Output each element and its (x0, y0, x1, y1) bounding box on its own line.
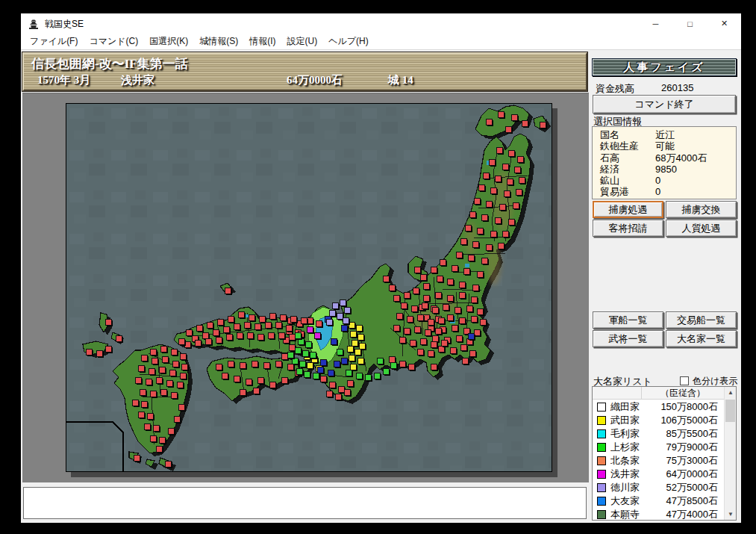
castle-marker-red (216, 364, 222, 370)
menu-item-5[interactable]: 設定(U) (283, 34, 325, 49)
end-command-button[interactable]: コマンド終了 (593, 95, 736, 114)
castle-marker-red (223, 326, 229, 332)
castle-marker-red (150, 349, 156, 355)
scrollbar-thumb[interactable] (725, 400, 735, 422)
castle-marker-red (417, 314, 423, 320)
castle-marker-red (228, 316, 234, 322)
list-button-2[interactable]: 武将一覧 (593, 330, 663, 347)
castle-marker-red (275, 361, 281, 367)
castle-marker-red (481, 214, 487, 220)
castle-marker-red (540, 122, 546, 128)
castle-marker-red (252, 361, 257, 367)
action-button-2[interactable]: 客将招請 (593, 220, 663, 237)
clan-koku: 150万8000石 (655, 400, 724, 414)
castle-marker-red (456, 252, 462, 258)
daimyo-row[interactable]: 本願寺47万4000石 (593, 508, 724, 521)
clan-name: 北条家 (610, 454, 655, 468)
castle-marker-red (186, 329, 192, 335)
menu-item-1[interactable]: コマンド(C) (84, 34, 145, 49)
country-info-row: 石高68万4000石 (600, 152, 736, 164)
castle-marker-red (472, 285, 478, 291)
castle-marker-navy (341, 358, 347, 364)
castle-marker-red (462, 358, 468, 364)
castle-marker-red (496, 147, 502, 153)
menu-item-3[interactable]: 城情報(S) (195, 34, 245, 49)
scrollbar-up-icon[interactable]: ▲ (725, 387, 737, 398)
clan-koku: 64万0000石 (655, 468, 724, 481)
castle-marker-yellow (354, 349, 360, 355)
castle-marker-red (505, 126, 511, 132)
list-button-3[interactable]: 大名家一覧 (666, 330, 737, 347)
castle-marker-green (337, 349, 343, 355)
castle-marker-red (459, 292, 465, 298)
castle-marker-red (335, 394, 341, 400)
daimyo-row[interactable]: 織田家150万8000石 (593, 400, 724, 414)
castle-marker-red (452, 265, 457, 271)
castle-marker-red (452, 325, 457, 331)
castle-marker-red (478, 184, 484, 190)
castle-marker-red (511, 114, 517, 120)
list-button-1[interactable]: 交易船一覧 (666, 311, 737, 329)
castle-marker-red (435, 328, 441, 334)
daimyo-row[interactable]: 北条家75万3000石 (593, 454, 724, 468)
castle-marker-green (377, 358, 383, 364)
castle-marker-red (481, 258, 487, 264)
color-coding-checkbox[interactable] (680, 376, 689, 385)
menu-item-4[interactable]: 情報(I) (245, 34, 282, 49)
castle-marker-navy (341, 325, 347, 331)
daimyo-list-scrollbar[interactable]: ▲ ▼ (724, 387, 736, 520)
action-button-0[interactable]: 捕虜処遇 (593, 201, 663, 218)
castle-marker-red (141, 355, 147, 361)
app-castle-icon (28, 18, 40, 30)
daimyo-row[interactable]: 上杉家79万9000石 (593, 441, 724, 454)
castle-marker-red (169, 370, 175, 376)
castle-marker-red (508, 219, 514, 225)
list-button-0[interactable]: 軍船一覧 (593, 311, 663, 329)
castle-marker-red (195, 340, 201, 346)
scenario-header: 信長包囲網-改〜IF集第一話 1570年 3月 浅井家 64万0000石 城 1… (22, 52, 587, 91)
castle-marker-green (305, 341, 311, 347)
castle-marker-red (156, 446, 162, 452)
daimyo-row[interactable]: 徳川家52万5000石 (593, 481, 724, 494)
scrollbar-down-icon[interactable]: ▼ (725, 509, 737, 520)
castle-marker-red (495, 176, 501, 181)
daimyo-row[interactable]: 浅井家64万0000石 (593, 468, 724, 481)
castle-marker-red (347, 380, 353, 386)
japan-map[interactable] (66, 103, 552, 472)
close-button[interactable]: ✕ (707, 13, 741, 34)
castle-marker-red (249, 314, 254, 320)
castle-marker-red (174, 416, 180, 422)
daimyo-row[interactable]: 武田家106万5000石 (593, 414, 724, 427)
minimize-button[interactable]: ─ (639, 13, 672, 34)
clan-color-chip (597, 429, 606, 438)
castle-marker-green (356, 373, 362, 379)
castle-marker-red (498, 111, 504, 117)
castle-marker-red (502, 164, 508, 170)
action-button-3[interactable]: 人質処遇 (666, 220, 737, 237)
castle-marker-red (431, 341, 437, 347)
castle-marker-red (450, 347, 456, 353)
daimyo-row[interactable]: 毛利家85万5500石 (593, 427, 724, 441)
menu-item-2[interactable]: 国選択(K) (145, 34, 195, 49)
castle-marker-red (447, 314, 453, 320)
castle-marker-red (228, 361, 234, 367)
castle-marker-red (423, 295, 429, 301)
menu-item-6[interactable]: ヘルプ(H) (324, 34, 375, 49)
castle-marker-red (486, 201, 492, 207)
menu-item-0[interactable]: ファイル(F) (25, 34, 84, 49)
clan-koku: 106万5000石 (655, 414, 724, 427)
castle-marker-red (499, 204, 505, 210)
action-button-1[interactable]: 捕虜交換 (666, 201, 737, 218)
clan-color-chip (597, 483, 606, 492)
phase-title: 人事フェイズ (592, 58, 737, 76)
castle-marker-red (138, 365, 144, 371)
castle-marker-red (105, 319, 111, 325)
castle-marker-red (460, 238, 466, 244)
castle-marker-red (522, 120, 528, 126)
maximize-button[interactable]: □ (673, 13, 707, 34)
castle-marker-red (180, 353, 186, 359)
daimyo-list[interactable]: （臣従含） 織田家150万8000石武田家106万5000石毛利家85万5500… (592, 386, 737, 521)
daimyo-row[interactable]: 大友家47万8500石 (593, 494, 724, 508)
castle-marker-red (408, 364, 414, 370)
castle-marker-red (196, 325, 202, 331)
